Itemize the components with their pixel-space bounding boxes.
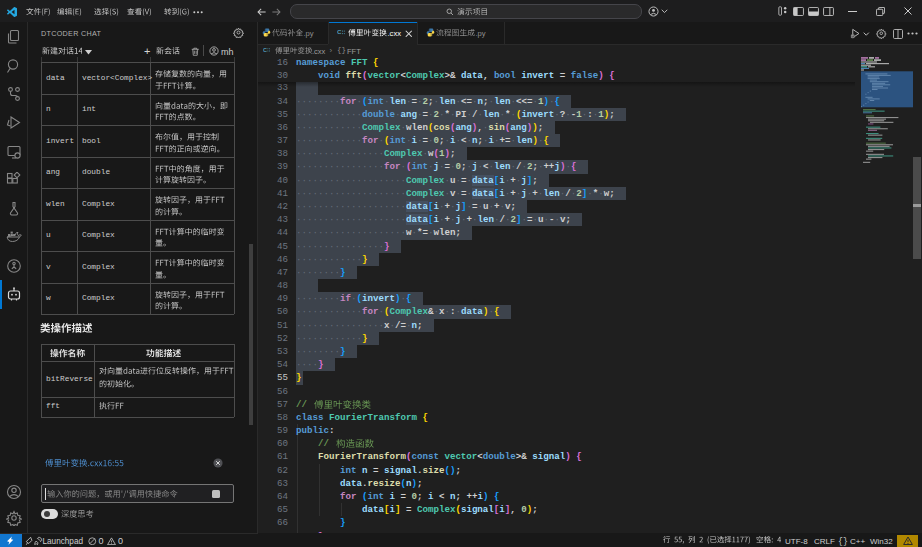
svg-text:C: C: [337, 28, 342, 35]
svg-text:C: C: [263, 47, 267, 53]
